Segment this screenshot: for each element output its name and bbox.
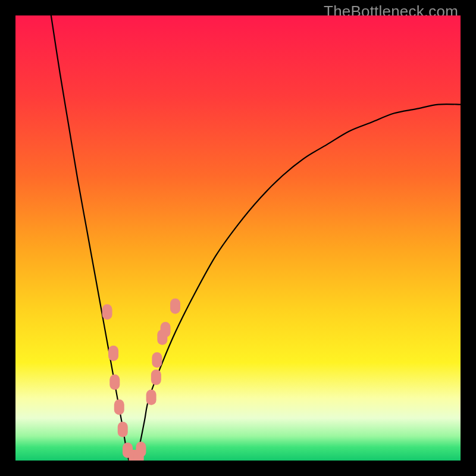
data-point-marker <box>170 298 180 314</box>
data-point-marker <box>114 399 124 415</box>
data-point-marker <box>152 352 162 368</box>
chart-plot-area <box>15 15 461 461</box>
data-point-marker <box>108 346 118 361</box>
data-point-marker <box>102 304 112 320</box>
data-point-marker <box>151 369 161 385</box>
data-point-marker <box>136 441 146 457</box>
data-point-marker <box>161 322 171 337</box>
data-point-marker <box>118 422 128 437</box>
data-point-marker <box>109 374 120 390</box>
gradient-background <box>15 15 461 461</box>
data-point-marker <box>146 390 156 405</box>
bottleneck-chart <box>15 15 461 461</box>
